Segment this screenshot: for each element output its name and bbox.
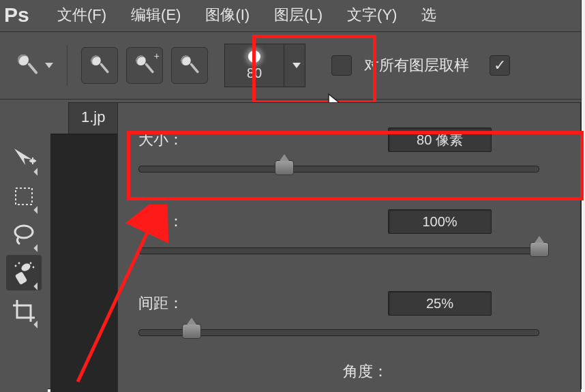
tool-preset-picker[interactable]: [14, 52, 53, 79]
brush-button-add[interactable]: +: [126, 47, 163, 84]
svg-point-4: [15, 265, 17, 267]
brush-preset-dropdown[interactable]: [284, 44, 305, 87]
tool-marquee[interactable]: [6, 179, 42, 214]
slider-thumb[interactable]: [275, 160, 294, 175]
brush-button-3[interactable]: [171, 47, 208, 84]
menu-edit[interactable]: 编辑(E): [131, 5, 181, 25]
tool-lasso[interactable]: [6, 217, 42, 252]
slider-thumb[interactable]: [182, 324, 201, 339]
menu-type[interactable]: 文字(Y): [347, 5, 397, 25]
tool-healing-brush[interactable]: [6, 255, 42, 290]
row-size: 大小： 80 像素: [138, 123, 560, 156]
brush-icon: [177, 53, 202, 78]
app-logo: Ps: [0, 0, 45, 30]
label-angle: 角度：: [343, 361, 388, 382]
chevron-down-icon: [292, 63, 301, 68]
separator: [67, 45, 68, 86]
slider-hardness[interactable]: [138, 238, 560, 261]
menu-layer[interactable]: 图层(L): [274, 5, 322, 25]
svg-rect-0: [16, 188, 32, 205]
slider-thumb[interactable]: [530, 242, 549, 257]
slider-spacing[interactable]: [138, 320, 560, 343]
checkbox-sample-all-layers[interactable]: [331, 55, 352, 76]
svg-rect-2: [15, 271, 27, 285]
menu-select[interactable]: 选: [421, 5, 436, 25]
label-size: 大小：: [138, 130, 384, 150]
label-hardness: 硬度：: [138, 211, 384, 232]
row-hardness: 硬度： 100%: [138, 205, 560, 238]
svg-point-7: [33, 267, 35, 269]
document-area: [50, 134, 117, 392]
menu-file[interactable]: 文件(F): [57, 5, 106, 25]
label-spacing: 间距：: [138, 293, 384, 314]
svg-point-5: [18, 262, 20, 265]
input-spacing[interactable]: 25%: [388, 291, 492, 316]
tool-move[interactable]: [6, 140, 42, 176]
brush-icon: [87, 53, 112, 78]
slider-size[interactable]: [138, 156, 560, 179]
brush-size-label: 80: [247, 65, 262, 81]
app-logo-text: Ps: [4, 3, 29, 27]
tool-crop[interactable]: [6, 293, 42, 329]
chevron-down-icon: [45, 63, 53, 68]
checkbox-checked[interactable]: ✓: [490, 55, 510, 76]
menu-image[interactable]: 图像(I): [205, 5, 250, 25]
brush-preset-preview[interactable]: 80: [224, 44, 284, 87]
plus-icon: +: [154, 50, 160, 61]
input-hardness[interactable]: 100%: [388, 209, 492, 234]
options-bar: + 80 对所有图层取样 ✓: [0, 31, 581, 100]
slider-track: [138, 166, 539, 172]
label-sample-all-layers: 对所有图层取样: [364, 55, 469, 76]
row-angle: 角度：: [138, 355, 560, 388]
row-spacing: 间距： 25%: [138, 287, 560, 320]
brush-button-1[interactable]: [81, 47, 118, 84]
brush-icon: [14, 52, 41, 79]
menu-bar: Ps 文件(F) 编辑(E) 图像(I) 图层(L) 文字(Y) 选: [0, 0, 581, 30]
brush-icon: [132, 53, 157, 78]
brush-settings-panel: 大小： 80 像素 硬度： 100% 间距： 25% 角度：: [117, 102, 581, 392]
brush-dot-icon: [248, 50, 260, 63]
left-toolbar: [0, 136, 48, 392]
svg-point-6: [30, 262, 32, 265]
svg-point-1: [15, 226, 33, 238]
slider-track: [138, 247, 539, 254]
input-size[interactable]: 80 像素: [388, 127, 492, 152]
